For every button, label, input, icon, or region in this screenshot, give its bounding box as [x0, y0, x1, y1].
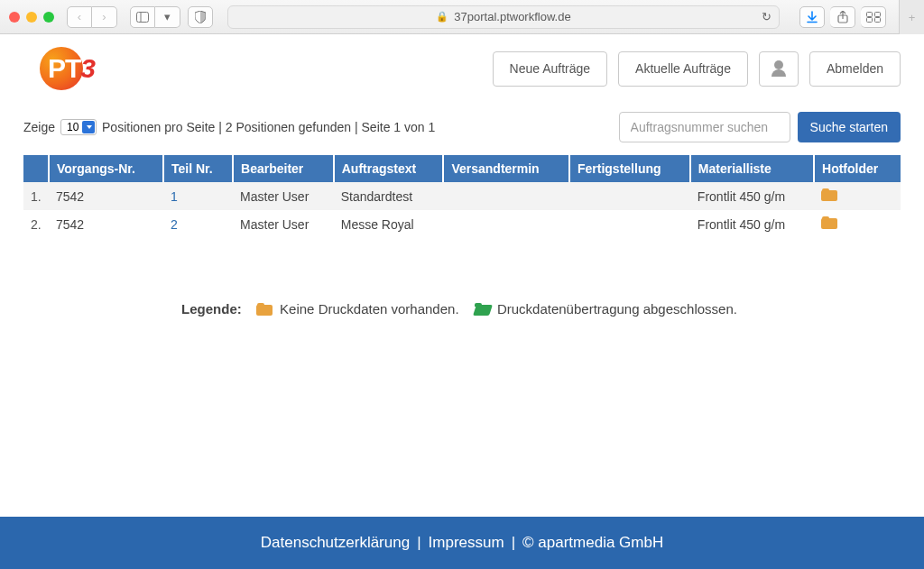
header-buttons: Neue Aufträge Aktuelle Aufträge Abmelden	[493, 51, 901, 87]
table-header: Vorgangs-Nr. Teil Nr. Bearbeiter Auftrag…	[23, 155, 901, 182]
user-icon	[772, 60, 786, 75]
cell-idx: 2.	[23, 210, 49, 238]
sidebar-toggle-group: ▾	[130, 6, 180, 28]
legend-done: Druckdatenübertragung abgeschlossen.	[474, 301, 737, 317]
tabs-button[interactable]	[861, 6, 886, 28]
logout-button[interactable]: Abmelden	[809, 51, 901, 87]
tabs-icon	[866, 12, 881, 23]
search-input[interactable]	[619, 112, 790, 142]
svg-rect-7	[874, 17, 880, 22]
account-button[interactable]	[759, 51, 799, 87]
cell-versandtermin	[443, 182, 569, 210]
legend: Legende: Keine Druckdaten vorhanden. Dru…	[0, 301, 924, 317]
cell-hotfolder	[814, 210, 901, 238]
legend-label: Legende:	[181, 301, 242, 317]
teil-link[interactable]: 2	[171, 217, 178, 232]
window-traffic-lights	[9, 12, 54, 23]
reload-icon[interactable]: ↻	[762, 10, 772, 23]
back-button[interactable]: ‹	[67, 6, 92, 28]
sidebar-menu-button[interactable]: ▾	[155, 6, 180, 28]
footer-copyright: © apartmedia GmbH	[522, 534, 663, 552]
cell-materialliste: Frontlit 450 g/m	[690, 210, 814, 238]
cell-fertigstellung	[569, 182, 690, 210]
share-button[interactable]	[830, 6, 855, 28]
shield-button[interactable]	[188, 6, 213, 28]
cell-bearbeiter: Master User	[233, 182, 334, 210]
th-materialliste[interactable]: Materialliste	[690, 155, 814, 182]
cell-fertigstellung	[569, 210, 690, 238]
cell-materialliste: Frontlit 450 g/m	[690, 182, 814, 210]
new-orders-button[interactable]: Neue Aufträge	[493, 51, 608, 87]
chrome-right-buttons	[794, 6, 886, 28]
footer-sep: |	[417, 534, 420, 552]
orders-table-wrap: Vorgangs-Nr. Teil Nr. Bearbeiter Auftrag…	[0, 155, 924, 238]
th-teil[interactable]: Teil Nr.	[163, 155, 233, 182]
cell-bearbeiter: Master User	[233, 210, 334, 238]
legend-done-text: Druckdatenübertragung abgeschlossen.	[497, 301, 737, 317]
table-row: 1.75421Master UserStandardtestFrontlit 4…	[23, 182, 901, 210]
footer-privacy-link[interactable]: Datenschutzerklärung	[261, 534, 410, 552]
cell-idx: 1.	[23, 182, 49, 210]
cell-hotfolder	[814, 182, 901, 210]
app-header: PT3 Neue Aufträge Aktuelle Aufträge Abme…	[0, 34, 924, 106]
table-body: 1.75421Master UserStandardtestFrontlit 4…	[23, 182, 901, 238]
table-row: 2.75422Master UserMesse RoyalFrontlit 45…	[23, 210, 901, 238]
logo-text: PT3	[48, 53, 95, 84]
legend-no-data: Keine Druckdaten vorhanden.	[256, 301, 463, 317]
fullscreen-window-icon[interactable]	[43, 12, 54, 23]
url-text: 37portal.ptworkflow.de	[454, 10, 570, 23]
footer-impressum-link[interactable]: Impressum	[429, 534, 504, 552]
logo-3: 3	[80, 53, 95, 83]
folder-closed-icon[interactable]	[821, 216, 837, 229]
sidebar-toggle-button[interactable]	[130, 6, 155, 28]
cell-auftragstext: Standardtest	[334, 182, 444, 210]
browser-chrome: ‹ › ▾ 🔒 37portal.ptworkflow.de ↻ +	[0, 0, 924, 34]
page-size-select-wrap[interactable]: 10	[60, 119, 97, 135]
positions-text: Positionen pro Seite | 2 Positionen gefu…	[102, 120, 435, 134]
cell-teil: 2	[163, 210, 233, 238]
orders-table: Vorgangs-Nr. Teil Nr. Bearbeiter Auftrag…	[23, 155, 901, 238]
cell-vorgang: 7542	[49, 182, 163, 210]
cell-auftragstext: Messe Royal	[334, 210, 444, 238]
forward-button[interactable]: ›	[92, 6, 117, 28]
pagination-info: Zeige 10 Positionen pro Seite | 2 Positi…	[23, 119, 435, 135]
svg-rect-0	[137, 12, 149, 22]
chevron-down-icon	[87, 125, 92, 129]
close-window-icon[interactable]	[9, 12, 20, 23]
svg-rect-4	[866, 12, 872, 16]
svg-rect-5	[874, 12, 880, 16]
search-button[interactable]: Suche starten	[798, 112, 901, 142]
footer-sep: |	[512, 534, 515, 552]
cell-teil: 1	[163, 182, 233, 210]
folder-closed-icon	[256, 303, 273, 316]
nav-back-forward: ‹ ›	[67, 6, 117, 28]
th-auftragstext[interactable]: Auftragstext	[334, 155, 444, 182]
minimize-window-icon[interactable]	[26, 12, 37, 23]
shield-icon	[195, 11, 206, 23]
th-bearbeiter[interactable]: Bearbeiter	[233, 155, 334, 182]
th-idx	[23, 155, 49, 182]
cell-versandtermin	[443, 210, 569, 238]
download-icon	[806, 11, 818, 23]
controls-row: Zeige 10 Positionen pro Seite | 2 Positi…	[0, 106, 924, 155]
current-orders-button[interactable]: Aktuelle Aufträge	[618, 51, 748, 87]
th-vorgang[interactable]: Vorgangs-Nr.	[49, 155, 163, 182]
th-versandtermin[interactable]: Versandtermin	[443, 155, 569, 182]
legend-no-data-text: Keine Druckdaten vorhanden.	[280, 301, 458, 317]
search-controls: Suche starten	[619, 112, 901, 142]
downloads-button[interactable]	[799, 6, 825, 28]
folder-closed-icon[interactable]	[821, 188, 837, 201]
cell-vorgang: 7542	[49, 210, 163, 238]
show-label: Zeige	[23, 120, 55, 134]
logo[interactable]: PT3	[40, 47, 106, 90]
logo-pt: PT	[48, 53, 80, 83]
new-tab-button[interactable]: +	[899, 0, 924, 34]
address-bar[interactable]: 🔒 37portal.ptworkflow.de ↻	[227, 5, 780, 29]
svg-rect-6	[866, 17, 872, 22]
th-fertigstellung[interactable]: Fertigstellung	[569, 155, 690, 182]
lock-icon: 🔒	[436, 11, 448, 23]
footer: Datenschutzerklärung | Impressum | © apa…	[0, 517, 924, 569]
th-hotfolder[interactable]: Hotfolder	[814, 155, 901, 182]
teil-link[interactable]: 1	[171, 189, 178, 204]
share-icon	[837, 11, 848, 23]
